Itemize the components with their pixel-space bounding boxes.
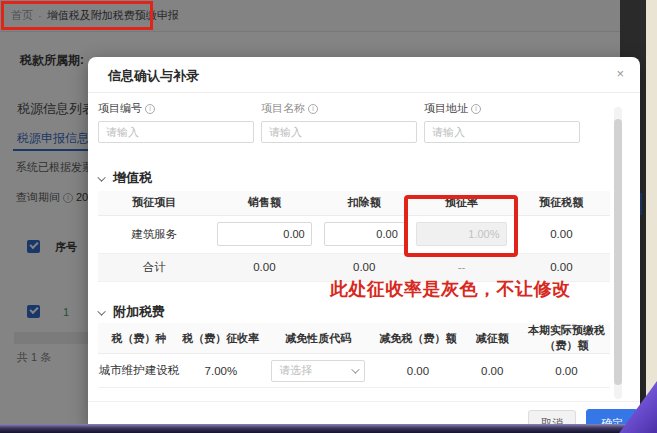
relief-amount-value: 0.00 — [374, 354, 461, 388]
project-address-input[interactable] — [424, 121, 580, 143]
project-number-label-text: 项目编号 — [98, 102, 142, 114]
vat-header-sales: 销售额 — [211, 191, 319, 215]
project-address-label-text: 项目地址 — [424, 102, 468, 114]
vat-header-tax: 预征税额 — [513, 191, 610, 215]
section-vat: 增值税 — [100, 169, 152, 187]
field-project-number: 项目编号 — [98, 101, 254, 143]
close-icon[interactable]: × — [616, 66, 624, 82]
surtax-type-name: 城市维护建设税 — [98, 354, 180, 388]
vat-item-name: 建筑服务 — [98, 215, 211, 253]
vat-header-item: 预征项目 — [98, 191, 211, 215]
section-vat-title: 增值税 — [113, 170, 152, 185]
reduction-amount-value: 0.00 — [461, 354, 522, 388]
annotation-rate-box — [404, 195, 518, 257]
deduction-amount-input[interactable] — [324, 222, 405, 246]
surtax-header-code: 减免性质代码 — [262, 323, 375, 354]
project-name-label-text: 项目名称 — [261, 102, 305, 114]
chevron-down-icon[interactable] — [97, 307, 105, 315]
actual-prepay-amount-value: 0.00 — [523, 354, 610, 388]
info-icon — [145, 104, 155, 114]
surtax-row-urban-tax: 城市维护建设税 7.00% 请选择 0.00 0.00 0.00 — [98, 354, 610, 388]
section-surtax-title: 附加税费 — [113, 304, 165, 319]
screenshot-root: 首页 · 增值税及附加税费预缴申报 税款所属期: 税源信息列表 税源申报信息 系… — [0, 0, 657, 433]
vat-header-row: 预征项目 销售额 扣除额 预征率 预征税额 — [98, 191, 610, 215]
project-name-label: 项目名称 — [261, 101, 417, 116]
project-number-label: 项目编号 — [98, 101, 254, 116]
project-name-input[interactable] — [261, 121, 417, 143]
browser-viewport: 首页 · 增值税及附加税费预缴申报 税款所属期: 税源信息列表 税源申报信息 系… — [0, 0, 646, 427]
chevron-down-icon — [351, 365, 359, 373]
annotation-note-text: 此处征收率是灰色，不让修改 — [330, 277, 571, 301]
info-icon — [308, 104, 318, 114]
field-project-address: 项目地址 — [424, 101, 580, 143]
surtax-header-rate: 税（费）征收率 — [180, 323, 262, 354]
modal-footer-divider — [88, 401, 640, 402]
vat-header-deduction: 扣除额 — [318, 191, 410, 215]
modal-info-confirmation: 信息确认与补录 × 项目编号 项目名称 项目地址 增值税 — [88, 57, 640, 427]
vat-total-label: 合计 — [98, 253, 211, 281]
vat-row-construction: 建筑服务 0.00 — [98, 215, 610, 253]
vat-total-sales: 0.00 — [211, 253, 319, 281]
modal-scrollbar-thumb[interactable] — [614, 119, 622, 385]
surtax-table: 税（费）种 税（费）征收率 减免性质代码 减免税（费）额 减征额 本期实际预缴税… — [98, 323, 610, 388]
sales-amount-input[interactable] — [217, 222, 312, 246]
field-project-name: 项目名称 — [261, 101, 417, 143]
surtax-header-row: 税（费）种 税（费）征收率 减免性质代码 减免税（费）额 减征额 本期实际预缴税… — [98, 323, 610, 354]
relief-code-placeholder: 请选择 — [279, 363, 312, 378]
chevron-down-icon[interactable] — [97, 173, 105, 181]
annotation-breadcrumb-box — [1, 1, 153, 30]
section-surtax: 附加税费 — [100, 303, 165, 321]
vat-table: 预征项目 销售额 扣除额 预征率 预征税额 建筑服务 0.00 合计 0.00 … — [98, 191, 610, 282]
prepay-tax-value: 0.00 — [513, 215, 610, 253]
modal-header: 信息确认与补录 × — [88, 57, 640, 93]
project-number-input[interactable] — [98, 121, 254, 143]
modal-title: 信息确认与补录 — [108, 67, 199, 85]
surtax-rate-value: 7.00% — [180, 354, 262, 388]
project-address-label: 项目地址 — [424, 101, 580, 116]
surtax-header-type: 税（费）种 — [98, 323, 180, 354]
modal-scrollbar-track[interactable] — [614, 107, 622, 399]
relief-code-select[interactable]: 请选择 — [271, 360, 365, 382]
surtax-header-reduction: 减征额 — [461, 323, 522, 354]
surtax-header-actual: 本期实际预缴税（费）额 — [523, 323, 610, 354]
photo-bottom-bar — [0, 424, 657, 433]
info-icon — [471, 104, 481, 114]
surtax-header-relief: 减免税（费）额 — [374, 323, 461, 354]
